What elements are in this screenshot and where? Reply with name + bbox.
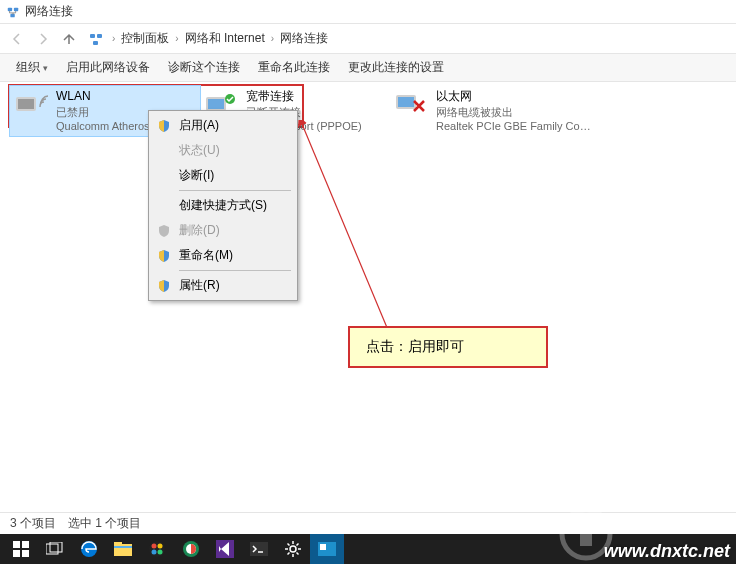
- svg-rect-35: [320, 544, 326, 550]
- svg-point-27: [152, 550, 157, 555]
- svg-point-25: [152, 544, 157, 549]
- breadcrumb-item[interactable]: 网络和 Internet: [183, 30, 267, 47]
- window-title: 网络连接: [25, 3, 73, 20]
- ethernet-icon: [394, 89, 430, 121]
- svg-point-33: [290, 546, 296, 552]
- enable-device-button[interactable]: 启用此网络设备: [58, 56, 158, 79]
- item-count: 3 个项目: [10, 515, 56, 532]
- up-button[interactable]: [58, 28, 80, 50]
- svg-rect-14: [13, 541, 20, 548]
- ctx-diagnose[interactable]: 诊断(I): [151, 163, 295, 188]
- connection-desc: Realtek PCIe GBE Family Contr...: [436, 119, 596, 133]
- separator: [179, 190, 291, 191]
- svg-rect-22: [114, 542, 122, 546]
- diagnose-button[interactable]: 诊断这个连接: [160, 56, 248, 79]
- svg-rect-23: [114, 546, 132, 548]
- connection-name: WLAN: [56, 89, 176, 105]
- ctx-properties[interactable]: 属性(R): [151, 273, 295, 298]
- connection-name: 宽带连接: [246, 89, 362, 105]
- breadcrumb-item[interactable]: 控制面板: [119, 30, 171, 47]
- svg-rect-4: [97, 34, 102, 38]
- svg-rect-1: [14, 7, 18, 11]
- svg-rect-37: [580, 522, 592, 546]
- context-menu: 启用(A) 状态(U) 诊断(I) 创建快捷方式(S) 删除(D) 重命名(M)…: [148, 110, 298, 301]
- chevron-right-icon[interactable]: ›: [108, 33, 119, 44]
- titlebar: 网络连接: [0, 0, 736, 24]
- shield-icon: [155, 278, 173, 294]
- back-button[interactable]: [6, 28, 28, 50]
- navbar: › 控制面板 › 网络和 Internet › 网络连接: [0, 24, 736, 54]
- svg-point-26: [158, 544, 163, 549]
- connection-name: 以太网: [436, 89, 596, 105]
- connection-status: 网络电缆被拔出: [436, 105, 596, 119]
- svg-rect-3: [90, 34, 95, 38]
- watermark-text: www.dnxtc.net: [604, 541, 730, 562]
- ctx-enable[interactable]: 启用(A): [151, 113, 295, 138]
- annotation-arrow: [298, 120, 418, 340]
- app-button[interactable]: [310, 534, 344, 564]
- svg-line-13: [302, 124, 388, 330]
- svg-rect-12: [398, 97, 414, 107]
- svg-rect-16: [13, 550, 20, 557]
- svg-rect-0: [8, 7, 12, 11]
- tutorial-annotation: 点击：启用即可: [348, 326, 548, 368]
- svg-rect-5: [93, 41, 98, 45]
- network-icon: [6, 5, 20, 19]
- selected-count: 选中 1 个项目: [68, 515, 141, 532]
- ctx-status: 状态(U): [151, 138, 295, 163]
- rename-button[interactable]: 重命名此连接: [250, 56, 338, 79]
- ctx-rename[interactable]: 重命名(M): [151, 243, 295, 268]
- vs-button[interactable]: [208, 534, 242, 564]
- taskview-button[interactable]: [38, 534, 72, 564]
- shield-icon: [155, 118, 173, 134]
- app-button[interactable]: [140, 534, 174, 564]
- settings-button[interactable]: [276, 534, 310, 564]
- organize-menu[interactable]: 组织: [8, 56, 56, 79]
- chevron-right-icon[interactable]: ›: [267, 33, 278, 44]
- network-icon: [88, 31, 104, 47]
- svg-point-24: [149, 541, 165, 557]
- shield-icon: [155, 248, 173, 264]
- forward-button[interactable]: [32, 28, 54, 50]
- svg-rect-9: [208, 99, 224, 109]
- start-button[interactable]: [4, 534, 38, 564]
- wlan-icon: [14, 89, 50, 121]
- change-settings-button[interactable]: 更改此连接的设置: [340, 56, 452, 79]
- terminal-button[interactable]: [242, 534, 276, 564]
- svg-rect-7: [18, 99, 34, 109]
- breadcrumb-item[interactable]: 网络连接: [278, 30, 330, 47]
- svg-rect-17: [22, 550, 29, 557]
- connection-ethernet[interactable]: 以太网 网络电缆被拔出 Realtek PCIe GBE Family Cont…: [390, 86, 600, 136]
- explorer-button[interactable]: [106, 534, 140, 564]
- svg-rect-32: [250, 542, 268, 556]
- shield-icon: [155, 223, 173, 239]
- ctx-shortcut[interactable]: 创建快捷方式(S): [151, 193, 295, 218]
- content-area: WLAN 已禁用 Qualcomm Atheros AR... 宽带连接 已断开…: [0, 82, 736, 510]
- separator: [179, 270, 291, 271]
- svg-rect-15: [22, 541, 29, 548]
- breadcrumb[interactable]: › 控制面板 › 网络和 Internet › 网络连接: [84, 28, 730, 50]
- svg-point-28: [158, 550, 163, 555]
- toolbar: 组织 启用此网络设备 诊断这个连接 重命名此连接 更改此连接的设置: [0, 54, 736, 82]
- ctx-delete: 删除(D): [151, 218, 295, 243]
- chevron-right-icon[interactable]: ›: [171, 33, 182, 44]
- browser-button[interactable]: [174, 534, 208, 564]
- edge-button[interactable]: [72, 534, 106, 564]
